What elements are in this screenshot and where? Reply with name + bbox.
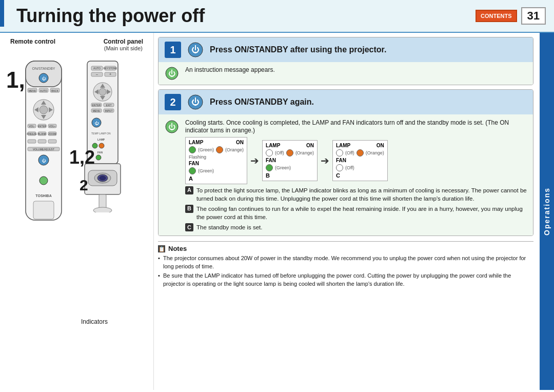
power-icon-1: ⏻ <box>187 42 204 58</box>
page-header: Turning the power off CONTENTS 31 <box>0 0 554 33</box>
indicators-label: Indicators <box>81 318 108 325</box>
letter-c: C <box>185 223 193 231</box>
svg-point-12 <box>39 106 48 114</box>
svg-text:AUTO: AUTO <box>40 89 47 92</box>
svg-text:📋: 📋 <box>159 246 165 252</box>
fan-circle-row-c: (Off) <box>336 164 384 171</box>
remote-control-label: Remote control <box>10 38 55 45</box>
svg-rect-29 <box>28 140 36 143</box>
ind-title-row-c: LAMP ON <box>336 143 384 148</box>
remote-control-svg: ON/STANDBY ⏻ MENU AUTO BACK <box>21 58 67 253</box>
number-label-12-right: 1,2 <box>69 148 95 167</box>
fan-label-a: FAN <box>189 161 244 166</box>
svg-text:FAN: FAN <box>97 151 103 154</box>
ind-title-row-b: LAMP ON <box>266 143 314 148</box>
note-abc-b: B The cooling fan continues to run for a… <box>185 205 527 221</box>
fan-circle-c <box>336 164 343 171</box>
indicator-diagrams: LAMP ON (Green) (Orange) Flashing <box>185 137 527 184</box>
svg-rect-38 <box>33 201 54 219</box>
step-1-body-row: ⏻ An instruction message appears. <box>165 66 527 81</box>
fan-sub-b: (Green) <box>275 165 291 170</box>
on-label-a: ON <box>236 140 244 145</box>
left-panel: Remote control Control panel (Main unit … <box>0 33 154 390</box>
letter-b: B <box>185 205 193 213</box>
number-label-2: 2 <box>80 177 88 194</box>
step-2-number: 2 <box>165 94 181 110</box>
illustration-area: 1,2 ON/STANDBY ⏻ MENU AUTO BACK <box>5 53 148 351</box>
notes-section: 📋 Notes The projector consumes about 20W… <box>158 241 533 289</box>
lamp-label-c: LAMP <box>336 143 350 148</box>
box-b-letter: B <box>266 172 314 179</box>
svg-text:⏻: ⏻ <box>191 45 200 54</box>
step-2-box: 2 ⏻ Press ON/STANDBY again. ⏻ Cooling st… <box>158 89 533 236</box>
fan-label-b: FAN <box>266 158 314 163</box>
svg-rect-30 <box>38 140 46 143</box>
control-panel-sub: (Main unit side) <box>104 45 143 51</box>
operations-label: Operations <box>543 187 551 236</box>
fan-circle-b <box>266 164 273 171</box>
svg-text:⏻: ⏻ <box>42 159 46 163</box>
lamp-label-b: LAMP <box>266 143 280 148</box>
power-icon-2: ⏻ <box>187 94 204 110</box>
lamp-label-a: LAMP <box>189 140 203 145</box>
fan-circle-row-b: (Green) <box>266 164 314 171</box>
svg-text:VOL+: VOL+ <box>49 125 56 128</box>
svg-text:⏻: ⏻ <box>168 123 175 131</box>
svg-text:+: + <box>109 72 111 76</box>
svg-text:LAMP: LAMP <box>97 138 105 141</box>
svg-text:⏻: ⏻ <box>168 69 175 77</box>
ind-circle-row-c: (Off) (Orange) <box>336 149 384 156</box>
on-sub-c: (Orange) <box>366 150 384 155</box>
lamp-circle-b <box>266 149 273 156</box>
step-1-number: 1 <box>165 42 181 58</box>
on-label-c: ON <box>377 143 384 148</box>
svg-text:⏻: ⏻ <box>94 121 99 126</box>
svg-text:–: – <box>96 72 98 76</box>
contents-button[interactable]: CONTENTS <box>476 10 517 22</box>
note-a-text: To protect the light source lamp, the LA… <box>196 186 527 203</box>
power-icon-2-small: ⏻ <box>165 120 179 134</box>
control-panel-label: Control panel <box>104 38 143 45</box>
svg-text:ENTER: ENTER <box>92 104 101 107</box>
svg-point-69 <box>96 155 101 160</box>
box-c-letter: C <box>336 172 384 179</box>
on-label-b: ON <box>306 143 314 148</box>
step-2-body: ⏻ Cooling starts. Once cooling is comple… <box>159 114 533 236</box>
svg-text:ON/STANDBY: ON/STANDBY <box>32 67 55 70</box>
svg-rect-31 <box>48 140 56 143</box>
note-abc-a: A To protect the light source lamp, the … <box>185 186 527 203</box>
ind-circle-row-b: (Off) (Orange) <box>266 149 314 156</box>
note-item-1: The projector consumes about 20W of powe… <box>163 254 533 270</box>
notes-title: 📋 Notes <box>158 245 533 252</box>
step-2-header: 2 ⏻ Press ON/STANDBY again. <box>159 90 533 114</box>
fan-circle-a <box>189 167 196 174</box>
on-sub-a: (Orange) <box>225 147 244 152</box>
lamp-sub-a: (Green) <box>198 147 214 152</box>
header-blue-accent <box>0 0 4 27</box>
svg-text:MENU: MENU <box>29 89 36 92</box>
indicator-box-a: LAMP ON (Green) (Orange) Flashing <box>185 137 247 184</box>
flashing-label-a: Flashing <box>189 154 244 160</box>
svg-text:FREEZE: FREEZE <box>27 132 37 135</box>
letter-a: A <box>185 186 193 194</box>
svg-point-36 <box>39 177 48 185</box>
fan-sub-a: (Green) <box>198 168 214 173</box>
svg-text:BLANK: BLANK <box>38 132 47 135</box>
ind-circle-row-a: (Green) (Orange) <box>189 146 244 153</box>
page-number: 31 <box>521 7 546 25</box>
arrow-1: ➔ <box>249 154 260 167</box>
svg-text:VOLUME/ADJUST: VOLUME/ADJUST <box>33 148 54 151</box>
svg-text:AUTO: AUTO <box>93 67 101 70</box>
svg-text:ENTER: ENTER <box>38 125 47 128</box>
power-icon-1-small: ⏻ <box>165 66 179 81</box>
svg-text:EXIT: EXIT <box>106 104 111 107</box>
lamp-sub-b: (Off) <box>275 150 284 155</box>
svg-text:ZOOM: ZOOM <box>49 132 56 135</box>
notes-title-text: Notes <box>168 245 187 252</box>
notes-icon: 📋 <box>158 245 165 252</box>
svg-text:KEYSTONE: KEYSTONE <box>103 67 117 70</box>
lamp-sub-c: (Off) <box>345 150 354 155</box>
svg-point-67 <box>99 143 104 148</box>
step-2-title: Press ON/STANDBY again. <box>210 97 314 107</box>
fan-sub-c: (Off) <box>345 165 354 170</box>
